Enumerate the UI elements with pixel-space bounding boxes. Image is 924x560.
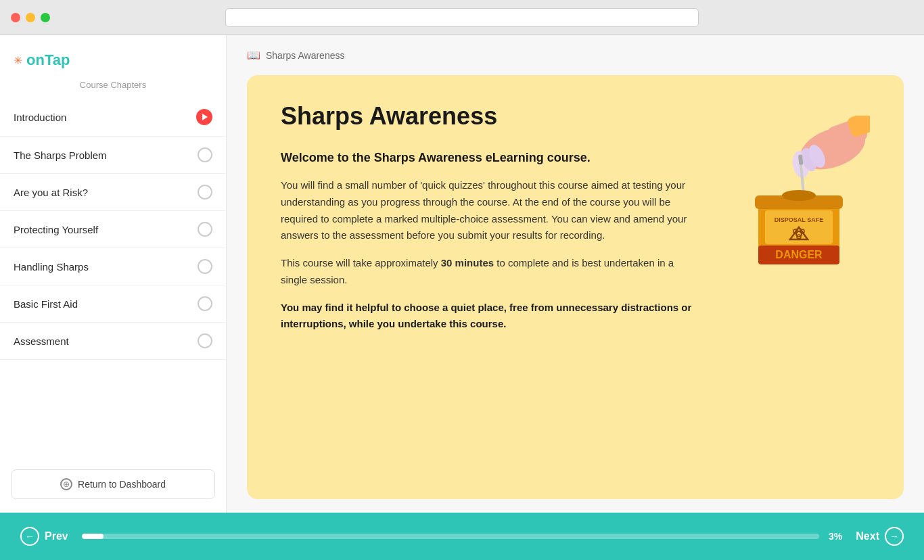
- disposal-container-illustration: DISPOSAL SAFE DANGER: [728, 116, 870, 271]
- chapter-item-handling-sharps[interactable]: Handling Sharps: [0, 248, 226, 285]
- chapter-item-protecting-yourself[interactable]: Protecting Yourself: [0, 211, 226, 248]
- app-container: ✳ onTap Course Chapters Introduction The…: [0, 35, 924, 560]
- content-area: 📖 Sharps Awareness Sharps Awareness Welc…: [227, 35, 924, 513]
- chapter-label: Protecting Yourself: [14, 224, 98, 235]
- traffic-lights: [11, 13, 50, 22]
- chapter-label: Handling Sharps: [14, 261, 89, 273]
- chapter-label: The Sharps Problem: [14, 149, 107, 161]
- logo-sparkle-icon: ✳: [14, 54, 22, 67]
- chapter-item-sharps-problem[interactable]: The Sharps Problem: [0, 137, 226, 174]
- maximize-button[interactable]: [41, 13, 50, 22]
- prev-label: Prev: [45, 530, 68, 542]
- breadcrumb-text: Sharps Awareness: [266, 50, 344, 61]
- main-layout: ✳ onTap Course Chapters Introduction The…: [0, 35, 924, 513]
- course-body-2-bold: 30 minutes: [441, 257, 494, 269]
- chapter-item-assessment[interactable]: Assessment: [0, 323, 226, 360]
- chapter-circle-icon: [198, 259, 212, 274]
- svg-text:DISPOSAL SAFE: DISPOSAL SAFE: [775, 216, 823, 223]
- book-icon: 📖: [247, 49, 260, 62]
- prev-icon: ←: [20, 527, 39, 546]
- prev-button[interactable]: ← Prev: [20, 527, 68, 546]
- chapter-circle-icon: [198, 147, 212, 162]
- course-illustration: DISPOSAL SAFE DANGER: [721, 102, 877, 472]
- chapter-label: Basic First Aid: [14, 298, 78, 310]
- bottom-navigation: ← Prev 3% Next →: [0, 513, 924, 560]
- next-label: Next: [856, 530, 879, 542]
- chapter-label: Assessment: [14, 335, 69, 347]
- chapter-play-icon: [196, 109, 212, 125]
- chapter-label: Are you at Risk?: [14, 187, 88, 198]
- logo: ✳ onTap: [0, 35, 226, 80]
- chapter-item-are-you-at-risk[interactable]: Are you at Risk?: [0, 174, 226, 211]
- close-button[interactable]: [11, 13, 20, 22]
- course-body-2-prefix: This course will take approximately: [281, 257, 441, 269]
- sidebar-section-title: Course Chapters: [0, 80, 226, 98]
- progress-bar-track: [82, 534, 819, 539]
- chapter-item-basic-first-aid[interactable]: Basic First Aid: [0, 285, 226, 323]
- address-bar[interactable]: [225, 8, 699, 27]
- course-title: Sharps Awareness: [281, 102, 694, 131]
- breadcrumb: 📖 Sharps Awareness: [247, 49, 904, 62]
- next-button[interactable]: Next →: [856, 527, 904, 546]
- course-body-2: This course will take approximately 30 m…: [281, 255, 694, 289]
- minimize-button[interactable]: [26, 13, 35, 22]
- chapter-circle-icon: [198, 222, 212, 237]
- chapter-circle-icon: [198, 296, 212, 311]
- svg-text:DANGER: DANGER: [775, 249, 823, 260]
- return-dashboard-button[interactable]: ⊕ Return to Dashboard: [11, 469, 215, 499]
- progress-container: 3%: [82, 531, 843, 542]
- chapter-circle-icon: [198, 333, 212, 348]
- course-content: Sharps Awareness Welcome to the Sharps A…: [281, 102, 694, 472]
- sidebar: ✳ onTap Course Chapters Introduction The…: [0, 35, 227, 513]
- course-body-3: You may find it helpful to choose a quie…: [281, 300, 694, 333]
- course-card: Sharps Awareness Welcome to the Sharps A…: [247, 75, 904, 499]
- next-icon: →: [885, 527, 904, 546]
- return-dashboard-label: Return to Dashboard: [78, 479, 166, 490]
- logo-text: onTap: [26, 51, 70, 69]
- course-body-1: You will find a small number of 'quick q…: [281, 177, 694, 244]
- chapter-circle-icon: [198, 185, 212, 200]
- window-chrome: [0, 0, 924, 35]
- svg-point-12: [782, 190, 816, 201]
- progress-bar-fill: [82, 534, 104, 539]
- return-icon: ⊕: [60, 478, 72, 490]
- chapter-list: Introduction The Sharps Problem Are you …: [0, 98, 226, 456]
- progress-label: 3%: [829, 531, 842, 542]
- course-subtitle: Welcome to the Sharps Awareness eLearnin…: [281, 149, 694, 166]
- chapter-item-introduction[interactable]: Introduction: [0, 98, 226, 137]
- chapter-label: Introduction: [14, 112, 66, 123]
